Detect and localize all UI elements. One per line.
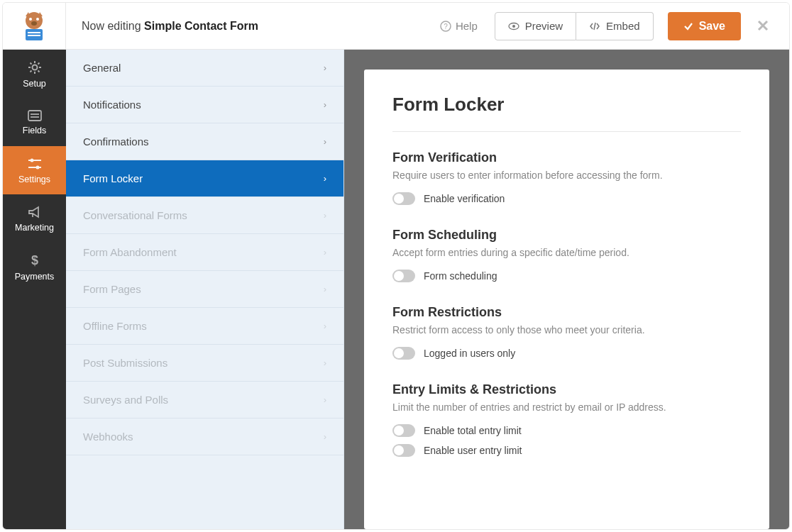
chevron-right-icon: › [324, 99, 326, 110]
help-icon: ? [440, 21, 451, 32]
editing-label: Now editing [82, 20, 141, 32]
section-heading: Entry Limits & Restrictions [392, 382, 741, 397]
eye-icon [508, 21, 519, 32]
preview-label: Preview [525, 20, 563, 32]
svg-point-1 [29, 18, 32, 21]
svg-rect-6 [28, 35, 40, 36]
section-desc: Limit the number of entries and restrict… [392, 401, 741, 413]
toggle-label: Enable user entry limit [424, 445, 522, 456]
nav-settings-label: Settings [18, 174, 50, 184]
topbar: Now editing Simple Contact Form ? Help P… [3, 3, 789, 50]
nav-setup-label: Setup [23, 79, 46, 89]
toggle-row: Enable user entry limit [392, 444, 741, 457]
toggle-row: Enable verification [392, 192, 741, 205]
form-title-area: Now editing Simple Contact Form [66, 20, 429, 33]
chevron-right-icon: › [324, 321, 326, 331]
sub-item-label: Webhooks [83, 431, 133, 443]
toggle-switch[interactable] [392, 270, 415, 282]
svg-point-11 [32, 65, 37, 70]
sub-item-general[interactable]: General› [66, 50, 343, 87]
save-button[interactable]: Save [668, 12, 741, 40]
toggle-label: Logged in users only [424, 348, 515, 359]
toggle-switch[interactable] [392, 192, 415, 205]
settings-subpanel: General›Notifications›Confirmations›Form… [66, 50, 344, 529]
svg-point-16 [30, 158, 33, 162]
nav-fields-label: Fields [23, 126, 46, 135]
close-button[interactable] [741, 15, 782, 37]
save-label: Save [699, 20, 725, 33]
bullhorn-icon [27, 205, 43, 219]
sub-item-label: Surveys and Polls [83, 394, 168, 406]
sub-item-offline-forms[interactable]: Offline Forms› [66, 308, 343, 345]
sub-item-label: Form Abandonment [83, 246, 177, 258]
svg-point-10 [512, 25, 515, 28]
logo[interactable] [3, 3, 66, 50]
content-area: Form Locker Form VerificationRequire use… [344, 50, 789, 529]
settings-card: Form Locker Form VerificationRequire use… [364, 70, 769, 529]
close-icon [757, 19, 769, 32]
chevron-right-icon: › [324, 431, 326, 442]
sub-item-conversational-forms[interactable]: Conversational Forms› [66, 197, 343, 234]
check-icon [683, 21, 693, 31]
fields-icon [27, 109, 43, 122]
sub-item-label: Form Pages [83, 283, 141, 295]
chevron-right-icon: › [324, 136, 326, 147]
toggle-row: Logged in users only [392, 347, 741, 360]
toggle-row: Enable total entry limit [392, 424, 741, 437]
section-heading: Form Scheduling [392, 228, 741, 243]
gear-icon [27, 60, 43, 75]
sub-item-label: Offline Forms [83, 320, 147, 332]
nav-fields[interactable]: Fields [3, 98, 66, 146]
toggle-label: Form scheduling [424, 270, 497, 282]
form-name: Simple Contact Form [144, 20, 258, 32]
preview-embed-group: Preview Embed [495, 12, 654, 40]
toggle-switch[interactable] [392, 444, 415, 457]
chevron-right-icon: › [324, 62, 326, 73]
toggle-label: Enable total entry limit [424, 425, 522, 436]
nav-setup[interactable]: Setup [3, 50, 66, 98]
embed-label: Embed [606, 20, 640, 32]
svg-point-18 [35, 165, 39, 169]
chevron-right-icon: › [324, 247, 326, 257]
main-nav: Setup Fields Settings Marketing $ Paymen… [3, 50, 66, 529]
sub-item-notifications[interactable]: Notifications› [66, 87, 343, 123]
nav-payments-label: Payments [15, 272, 55, 282]
sub-item-post-submissions[interactable]: Post Submissions› [66, 345, 343, 382]
section-form-scheduling: Form SchedulingAccept form entries durin… [392, 228, 741, 282]
nav-settings[interactable]: Settings [3, 146, 66, 194]
svg-rect-12 [28, 111, 41, 121]
toggle-switch[interactable] [392, 424, 415, 437]
section-desc: Restrict form access to only those who m… [392, 324, 741, 336]
preview-button[interactable]: Preview [495, 12, 576, 40]
sub-item-form-pages[interactable]: Form Pages› [66, 271, 343, 308]
section-desc: Accept form entries during a specific da… [392, 247, 741, 258]
sub-item-label: General [83, 62, 121, 74]
sub-item-form-locker[interactable]: Form Locker› [66, 160, 343, 197]
embed-button[interactable]: Embed [576, 12, 654, 40]
svg-text:?: ? [444, 23, 448, 31]
sub-item-surveys-and-polls[interactable]: Surveys and Polls› [66, 382, 343, 419]
sub-item-confirmations[interactable]: Confirmations› [66, 123, 343, 160]
section-heading: Form Verification [392, 150, 741, 165]
section-form-restrictions: Form RestrictionsRestrict form access to… [392, 305, 741, 360]
nav-marketing[interactable]: Marketing [3, 194, 66, 243]
sub-item-form-abandonment[interactable]: Form Abandonment› [66, 234, 343, 271]
toggle-switch[interactable] [392, 347, 415, 360]
nav-marketing-label: Marketing [15, 223, 54, 233]
chevron-right-icon: › [324, 173, 326, 184]
chevron-right-icon: › [324, 210, 326, 221]
toggle-row: Form scheduling [392, 270, 741, 282]
section-entry-limits-restrictions: Entry Limits & RestrictionsLimit the num… [392, 382, 741, 457]
svg-rect-5 [28, 32, 40, 33]
nav-payments[interactable]: $ Payments [3, 243, 66, 291]
top-actions: ? Help Preview Embed Save [429, 12, 789, 40]
sub-item-webhooks[interactable]: Webhooks› [66, 419, 343, 455]
sub-item-label: Post Submissions [83, 357, 167, 369]
dollar-icon: $ [29, 253, 40, 268]
svg-point-2 [36, 18, 39, 21]
sub-item-label: Form Locker [83, 172, 143, 184]
chevron-right-icon: › [324, 358, 326, 368]
sub-item-label: Notifications [83, 99, 141, 111]
help-link[interactable]: ? Help [429, 20, 489, 32]
section-heading: Form Restrictions [392, 305, 741, 320]
